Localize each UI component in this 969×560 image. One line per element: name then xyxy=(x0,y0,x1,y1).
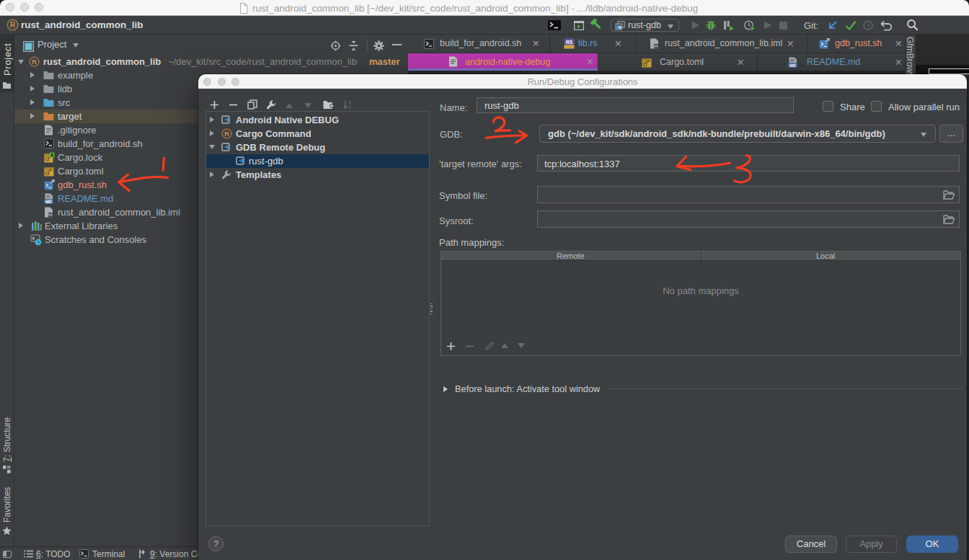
svg-text:R: R xyxy=(32,58,37,66)
svg-text:MD: MD xyxy=(45,200,52,204)
svg-text:RS: RS xyxy=(566,40,573,45)
svg-text:R: R xyxy=(10,20,16,29)
svg-text:R: R xyxy=(224,130,229,138)
svg-text:a: a xyxy=(348,99,351,105)
svg-text:MD: MD xyxy=(789,63,796,68)
svg-text:z: z xyxy=(348,105,350,110)
